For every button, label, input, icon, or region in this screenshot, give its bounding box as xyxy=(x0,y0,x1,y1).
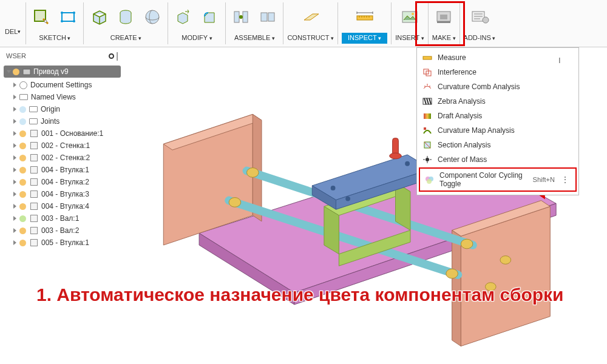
tree-component[interactable]: 004 - Втулка:4 xyxy=(0,200,124,212)
bulb-icon[interactable] xyxy=(19,106,26,113)
tree-label: 004 - Втулка:1 xyxy=(41,166,89,174)
inspect-measure-icon[interactable] xyxy=(353,5,376,29)
toolbar-label-addins[interactable]: ADD-INS xyxy=(464,33,496,44)
dropdown-item-zebra[interactable]: Zebra Analysis xyxy=(417,94,578,109)
modify-pressull-icon[interactable] xyxy=(172,5,195,29)
assemble-asbuilt-icon[interactable] xyxy=(256,5,279,29)
expand-icon[interactable] xyxy=(13,180,16,184)
toolbar-label-inspect[interactable]: INSPECT xyxy=(342,33,387,44)
browser-header: WSER | xyxy=(0,47,124,64)
expand-icon[interactable] xyxy=(13,228,16,233)
active-radio-icon[interactable] xyxy=(71,70,75,74)
bulb-icon[interactable] xyxy=(19,228,26,234)
browser-radio-icon[interactable] xyxy=(109,53,114,59)
bulb-icon[interactable] xyxy=(19,130,26,137)
tree-doc-settings[interactable]: Document Settings xyxy=(0,79,124,91)
create-sphere-icon[interactable] xyxy=(141,5,164,29)
expand-icon[interactable] xyxy=(13,143,16,148)
bulb-icon[interactable] xyxy=(19,143,26,149)
dropdown-item-comb[interactable]: Curvature Comb Analysis xyxy=(417,79,578,94)
bulb-icon[interactable] xyxy=(19,118,26,125)
expand-icon[interactable] xyxy=(13,107,16,112)
svg-point-1 xyxy=(44,20,47,22)
tree-label: 003 - Вал:2 xyxy=(41,226,79,235)
dropdown-item-ccc[interactable]: Component Color Cycling ToggleShift+N⋮ xyxy=(419,167,577,192)
expand-icon[interactable] xyxy=(13,95,16,99)
assemble-joint-icon[interactable] xyxy=(229,5,253,29)
expand-icon[interactable] xyxy=(13,167,16,172)
tree-component[interactable]: 003 - Вал:1 xyxy=(0,212,124,224)
toolbar-group-modify: MODIFY xyxy=(168,0,225,47)
bulb-icon[interactable] xyxy=(19,179,26,186)
svg-rect-22 xyxy=(23,69,30,75)
svg-point-21 xyxy=(483,17,489,23)
svg-point-32 xyxy=(247,168,259,178)
modify-fillet-icon[interactable] xyxy=(198,5,222,29)
more-icon[interactable]: ⋮ xyxy=(560,175,571,184)
tree-component[interactable]: 001 - Основание:1 xyxy=(0,127,124,140)
expand-icon[interactable] xyxy=(13,119,16,124)
tree-joints[interactable]: Joints xyxy=(0,115,124,127)
bulb-icon[interactable] xyxy=(19,215,26,222)
toolbar-label-construct[interactable]: CONSTRUCT xyxy=(287,33,334,44)
expand-icon[interactable] xyxy=(7,70,12,73)
svg-rect-9 xyxy=(234,12,239,22)
expand-icon[interactable] xyxy=(13,83,16,87)
dropdown-item-draft[interactable]: Draft Analysis xyxy=(417,109,578,123)
tree-component[interactable]: 003 - Вал:2 xyxy=(0,224,124,237)
sketch-rect-icon[interactable] xyxy=(56,5,80,29)
bulb-icon[interactable] xyxy=(19,167,26,174)
bulb-icon[interactable] xyxy=(19,191,26,198)
workspace-switcher[interactable]: DEL xyxy=(0,0,25,47)
bulb-icon[interactable] xyxy=(19,240,26,246)
browser-root-node[interactable]: Привод v9 xyxy=(4,66,121,78)
toolbar-label-create[interactable]: CREATE xyxy=(110,33,141,44)
bulb-icon[interactable] xyxy=(13,69,19,75)
toolbar-label-sketch[interactable]: SKETCH xyxy=(39,33,70,44)
ccc-icon xyxy=(425,175,435,184)
inspect-dropdown: Measure Interference Curvature Comb Anal… xyxy=(416,47,579,195)
zebra-icon xyxy=(422,96,433,106)
toolbar-label-modify[interactable]: MODIFY xyxy=(181,33,212,44)
dropdown-label: Measure xyxy=(438,53,466,62)
svg-rect-55 xyxy=(424,113,431,119)
svg-point-35 xyxy=(446,269,458,278)
tree-named-views[interactable]: Named Views xyxy=(0,91,124,103)
dropdown-item-ruler[interactable]: Measure xyxy=(417,50,578,65)
expand-icon[interactable] xyxy=(13,131,16,136)
expand-icon[interactable] xyxy=(13,192,16,197)
tree-component[interactable]: 004 - Втулка:1 xyxy=(0,164,124,176)
tree-component[interactable]: 004 - Втулка:3 xyxy=(0,188,124,200)
dropdown-item-interf[interactable]: Interference xyxy=(417,65,578,79)
create-cylinder-icon[interactable] xyxy=(114,5,137,29)
toolbar-label-assemble[interactable]: ASSEMBLE xyxy=(234,33,275,44)
sketch-create-icon[interactable] xyxy=(30,5,53,29)
tree-component[interactable]: 005 - Втулка:1 xyxy=(0,237,124,249)
construct-plane-icon[interactable] xyxy=(299,5,322,29)
component-icon xyxy=(29,239,38,247)
expand-icon[interactable] xyxy=(13,155,16,160)
bulb-icon[interactable] xyxy=(19,203,26,210)
dropdown-label: Center of Mass xyxy=(438,155,487,164)
expand-icon[interactable] xyxy=(13,216,16,221)
dropdown-item-curvmap[interactable]: Curvature Map Analysis xyxy=(417,123,578,138)
create-box-icon[interactable] xyxy=(87,5,110,29)
svg-rect-2 xyxy=(62,13,74,21)
folder-icon xyxy=(19,94,28,100)
addins-scripts-icon[interactable] xyxy=(468,5,491,29)
dropdown-item-section[interactable]: Section Analysis xyxy=(417,138,578,152)
expand-icon[interactable] xyxy=(13,240,16,245)
svg-point-45 xyxy=(331,186,336,190)
svg-rect-12 xyxy=(261,13,267,21)
ruler-icon xyxy=(422,53,433,62)
tree-component[interactable]: 004 - Втулка:2 xyxy=(0,176,124,188)
dropdown-item-com[interactable]: Center of Mass xyxy=(417,152,578,167)
tree-origin[interactable]: Origin xyxy=(0,103,124,115)
tree-label: Named Views xyxy=(31,93,76,101)
tree-component[interactable]: 002 - Стенка:1 xyxy=(0,140,124,152)
tree-component[interactable]: 002 - Стенка:2 xyxy=(0,152,124,164)
expand-icon[interactable] xyxy=(13,204,16,209)
toolbar-group-create: CREATE xyxy=(84,0,168,47)
svg-point-11 xyxy=(239,15,243,19)
bulb-icon[interactable] xyxy=(19,155,26,161)
